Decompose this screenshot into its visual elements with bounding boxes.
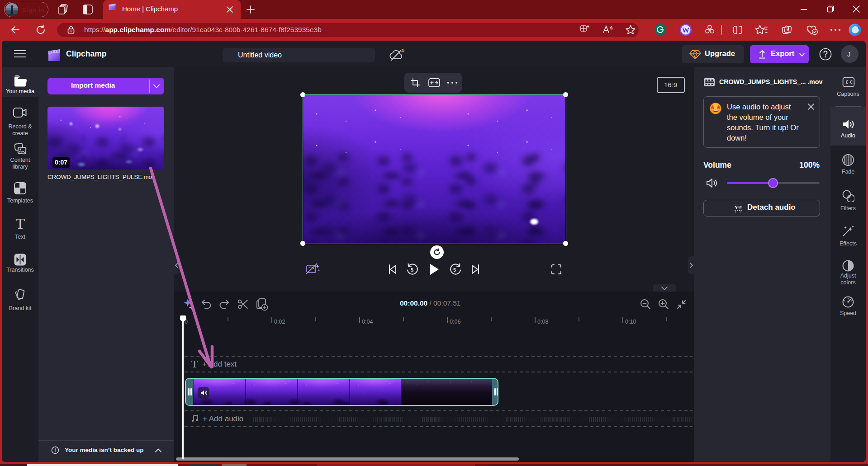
svg-text:5: 5 [453, 267, 456, 273]
svg-text:T: T [191, 359, 198, 369]
svg-text:T: T [16, 217, 25, 231]
svg-text:5: 5 [411, 267, 413, 273]
